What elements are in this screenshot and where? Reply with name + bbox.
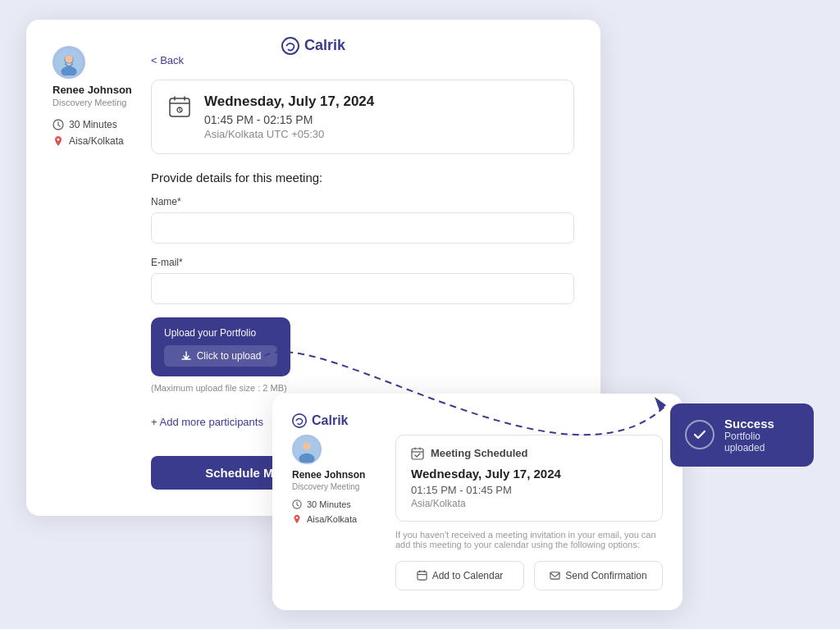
upload-section: Upload your Portfolio Click to upload (M… (151, 317, 574, 393)
second-avatar (292, 435, 322, 464)
second-logo-icon (292, 413, 307, 428)
second-clock-icon (292, 499, 302, 509)
second-card: Calrik Renee Johnson Discovery Meeting (272, 394, 682, 610)
upload-hint: (Maximum upload file size : 2 MB) (151, 383, 574, 393)
location-row: Aisa/Kolkata (52, 135, 132, 147)
calendar-note: If you haven't received a meeting invita… (395, 530, 663, 549)
duration-label: 30 Minutes (69, 119, 117, 130)
meeting-date: Wednesday, July 17, 2024 (411, 467, 647, 481)
name-input[interactable] (151, 212, 574, 244)
datetime-tz: Asia/Kolkata UTC +05:30 (204, 128, 374, 140)
check-calendar-icon (411, 447, 424, 460)
avatar (52, 46, 85, 79)
second-user-name: Renee Johnson (292, 469, 382, 481)
svg-rect-16 (412, 449, 423, 459)
second-card-content: Renee Johnson Discovery Meeting 30 Minut… (292, 435, 663, 590)
success-badge: Success Portfolio uploaded (670, 403, 814, 467)
user-section: Renee Johnson Discovery Meeting 30 Minut… (52, 46, 132, 152)
svg-point-12 (303, 442, 311, 450)
duration-row: 30 Minutes (52, 119, 132, 130)
success-title: Success (724, 417, 799, 431)
second-user-subtitle: Discovery Meeting (292, 482, 382, 491)
success-check-icon (685, 420, 714, 449)
datetime-box: Wednesday, July 17, 2024 01:45 PM - 02:1… (151, 80, 574, 154)
download-icon (180, 350, 192, 362)
second-duration-row: 30 Minutes (292, 499, 382, 509)
calendar-icon (168, 95, 191, 118)
svg-rect-17 (418, 572, 427, 580)
email-input[interactable] (151, 273, 574, 304)
svg-point-3 (65, 55, 73, 63)
add-to-calendar-label: Add to Calendar (432, 570, 504, 581)
calendar-add-icon (417, 570, 427, 581)
svg-point-15 (296, 517, 299, 519)
second-card-header: Calrik (292, 413, 663, 428)
upload-title: Upload your Portfolio (164, 327, 277, 339)
back-link[interactable]: < Back (151, 54, 184, 66)
meeting-time: 01:15 PM - 01:45 PM (411, 484, 647, 496)
location-label: Aisa/Kolkata (69, 135, 124, 147)
success-subtitle: Portfolio uploaded (724, 431, 799, 454)
action-buttons: Add to Calendar Send Confirmation (395, 561, 663, 590)
svg-point-6 (282, 38, 299, 54)
upload-button[interactable]: Click to upload (164, 345, 277, 367)
second-duration: 30 Minutes (307, 499, 351, 509)
svg-point-5 (57, 138, 60, 140)
datetime-date: Wednesday, July 17, 2024 (204, 93, 374, 110)
add-to-calendar-button[interactable]: Add to Calendar (395, 561, 524, 590)
send-icon (550, 570, 560, 581)
checkmark-icon (692, 426, 708, 443)
meeting-tz: Asia/Kolkata (411, 498, 647, 509)
success-text: Success Portfolio uploaded (724, 417, 799, 454)
datetime-info: Wednesday, July 17, 2024 01:45 PM - 02:1… (204, 93, 374, 140)
upload-card: Upload your Portfolio Click to upload (151, 317, 290, 376)
meeting-scheduled-header: Meeting Scheduled (411, 447, 647, 460)
second-location-icon (292, 514, 302, 524)
form-title: Provide details for this meeting: (151, 171, 574, 185)
second-card-sidebar: Renee Johnson Discovery Meeting 30 Minut… (292, 435, 382, 590)
second-location-row: Aisa/Kolkata (292, 514, 382, 524)
svg-rect-18 (550, 572, 559, 579)
user-name: Renee Johnson (52, 84, 132, 96)
second-card-main: Meeting Scheduled Wednesday, July 17, 20… (395, 435, 663, 590)
email-group: E-mail* (151, 257, 574, 304)
clock-icon (52, 119, 64, 130)
email-label: E-mail* (151, 257, 574, 268)
location-icon (52, 135, 64, 147)
logo-icon (281, 37, 299, 55)
logo: Calrik (281, 37, 345, 55)
sidebar-info: 30 Minutes Aisa/Kolkata (52, 119, 132, 147)
datetime-time: 01:45 PM - 02:15 PM (204, 113, 374, 126)
svg-point-10 (293, 413, 306, 426)
user-subtitle: Discovery Meeting (52, 98, 132, 107)
upload-btn-label: Click to upload (197, 350, 262, 362)
send-confirmation-label: Send Confirmation (565, 570, 646, 581)
name-group: Name* (151, 196, 574, 244)
name-label: Name* (151, 196, 574, 207)
meeting-scheduled-box: Meeting Scheduled Wednesday, July 17, 20… (395, 435, 663, 522)
second-card-logo: Calrik (292, 413, 348, 428)
second-location: Aisa/Kolkata (307, 514, 357, 524)
meeting-scheduled-label: Meeting Scheduled (431, 447, 527, 459)
add-participants-link[interactable]: + Add more participants (151, 416, 263, 428)
send-confirmation-button[interactable]: Send Confirmation (534, 561, 663, 590)
